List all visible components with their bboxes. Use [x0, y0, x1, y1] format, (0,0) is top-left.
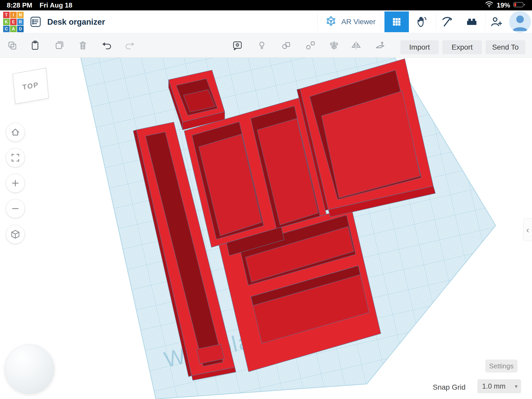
divider — [485, 14, 486, 30]
home-icon — [10, 127, 21, 138]
status-date: Fri Aug 18 — [39, 1, 72, 9]
snap-grid-value: 1.0 mm — [482, 382, 506, 390]
logo-letter: A — [10, 26, 17, 32]
simlab-hand-button[interactable] — [415, 15, 429, 29]
ar-viewer-label: AR Viewer — [341, 18, 376, 26]
workplane-tool-button[interactable] — [373, 38, 387, 53]
grid-icon — [391, 16, 402, 28]
battery-icon — [513, 1, 525, 9]
divider — [381, 14, 381, 30]
orbit-navigation-orb[interactable] — [5, 344, 54, 394]
chevron-left-icon: ‹ — [526, 225, 529, 235]
edit-toolbar: Import Export Send To — [0, 33, 532, 58]
divider — [317, 14, 318, 30]
design-properties-icon[interactable] — [30, 16, 42, 28]
plus-icon — [10, 177, 21, 189]
logo-letter: K — [3, 19, 10, 25]
perspective-toggle-button[interactable] — [6, 225, 25, 244]
tinkercad-logo[interactable]: T I N K E R C A D — [3, 12, 24, 32]
tips-button[interactable] — [255, 38, 269, 53]
redo-button[interactable] — [123, 38, 137, 53]
duplicate-button[interactable] — [52, 38, 67, 53]
mirror-button[interactable] — [349, 38, 363, 53]
hand-icon — [415, 15, 429, 29]
divider — [436, 14, 436, 30]
status-bar: 8:28 PM Fri Aug 18 19% — [0, 0, 532, 10]
battery-percent: 19% — [497, 1, 510, 9]
perspective-cube-icon — [10, 229, 21, 240]
wifi-icon — [485, 1, 494, 10]
status-time: 8:28 PM — [7, 1, 32, 9]
collaborate-button[interactable] — [489, 15, 503, 29]
canvas-3d-scene[interactable]: Workplane — [0, 0, 532, 399]
logo-letter: C — [3, 26, 10, 32]
brick-icon — [465, 15, 478, 29]
view-cube[interactable]: TOP — [12, 68, 49, 104]
snap-grid-label: Snap Grid — [433, 383, 466, 391]
fit-view-button[interactable] — [6, 148, 25, 167]
copy-button[interactable] — [5, 38, 19, 53]
undo-button[interactable] — [99, 38, 114, 53]
caret-down-icon: ▾ — [515, 383, 517, 389]
ungroup-button[interactable] — [303, 38, 318, 53]
lego-export-button[interactable] — [465, 15, 478, 29]
zoom-out-button[interactable] — [6, 199, 25, 218]
panel-collapse-tab[interactable]: ‹ — [523, 218, 532, 241]
logo-letter: E — [10, 19, 17, 25]
export-button[interactable]: Export — [442, 40, 482, 54]
minus-icon — [10, 203, 21, 214]
pickaxe-icon — [440, 15, 454, 29]
snap-grid-select[interactable]: 1.0 mm ▾ — [477, 379, 521, 393]
logo-letter: R — [17, 19, 24, 25]
home-view-button[interactable] — [6, 123, 25, 142]
logo-letter: T — [3, 12, 10, 18]
avatar[interactable] — [509, 11, 531, 33]
send-to-button[interactable]: Send To — [486, 40, 525, 54]
fit-view-icon — [10, 152, 21, 163]
align-button[interactable] — [327, 38, 341, 53]
settings-button[interactable]: Settings — [485, 360, 517, 373]
logo-letter: I — [10, 12, 17, 18]
ar-viewer-button[interactable]: AR Viewer — [324, 15, 376, 29]
grid-view-button[interactable] — [384, 11, 409, 32]
delete-button[interactable] — [76, 38, 90, 53]
paste-button[interactable] — [28, 38, 42, 53]
import-button[interactable]: Import — [400, 40, 439, 54]
minecraft-export-button[interactable] — [440, 15, 454, 29]
logo-letter: D — [17, 26, 24, 32]
design-title[interactable]: Desk organizer — [47, 17, 105, 27]
group-button[interactable] — [279, 38, 293, 53]
person-add-icon — [489, 15, 503, 29]
app-header: T I N K E R C A D Desk organizer — [0, 10, 532, 33]
notes-button[interactable] — [230, 38, 245, 53]
zoom-in-button[interactable] — [6, 174, 25, 193]
logo-letter: N — [17, 12, 24, 18]
ar-cube-icon — [324, 15, 338, 29]
